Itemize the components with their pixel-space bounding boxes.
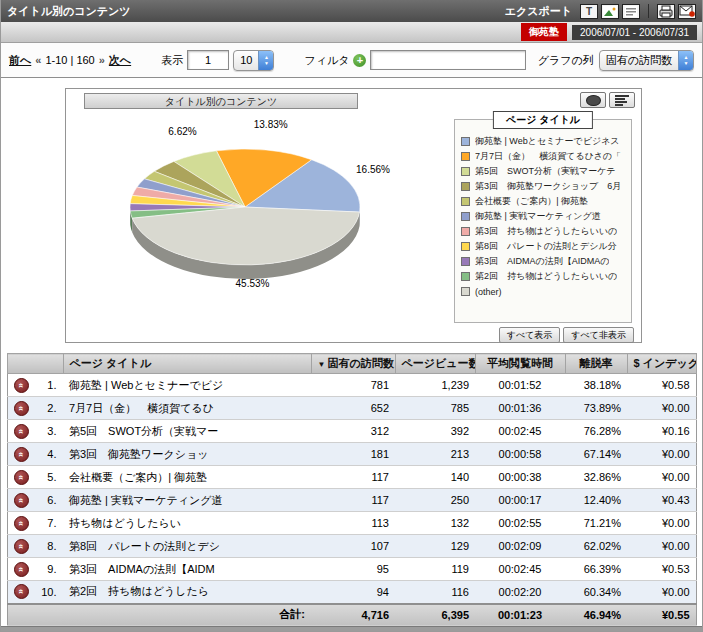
table-row[interactable]: «7.持ち物はどうしたらい11313200:02:5571.21%¥0.00 (7, 512, 696, 535)
table-row[interactable]: «3.第5回 SWOT分析（実戦マー31239200:02:4576.28%¥0… (7, 420, 696, 443)
add-filter-icon[interactable]: + (353, 54, 366, 67)
row-pageviews: 140 (395, 466, 475, 489)
row-exit-rate: 73.89% (565, 397, 627, 420)
email-icon[interactable] (678, 4, 696, 19)
row-rank: 7. (33, 517, 57, 529)
drill-up-icon[interactable]: « (14, 378, 29, 393)
graph-column-select[interactable]: 固有の訪問数 ▲ ▼ (599, 50, 694, 71)
drill-up-icon[interactable]: « (14, 584, 29, 599)
legend-item[interactable]: 第8回 パレートの法則とデシル分 (461, 239, 627, 254)
row-unique-visits: 117 (311, 466, 395, 489)
table-row[interactable]: «9.第3回 AIDMAの法則【AIDM9511900:02:4566.39%¥… (7, 558, 696, 581)
table-row[interactable]: «1.御苑塾 | Webとセミナーでビジ7811,23900:01:5238.1… (7, 374, 696, 397)
prev-link[interactable]: 前へ (9, 53, 31, 68)
chevron-up-glyph: « (16, 543, 25, 548)
legend-item-label: 御苑塾 | 実戦マーケティング道 (475, 210, 601, 223)
export-label: エクスポート (505, 4, 572, 19)
row-unique-visits: 94 (311, 581, 395, 604)
header-exit-rate[interactable]: 離脱率 (565, 354, 627, 374)
header-avg-time[interactable]: 平均閲覧時間 (475, 354, 565, 374)
next-link[interactable]: 次へ (109, 53, 131, 68)
stepper-icon[interactable]: ▲ ▼ (258, 51, 273, 70)
legend-item[interactable]: 御苑塾 | Webとセミナーでビジネス (461, 134, 627, 149)
legend-item[interactable]: 第3回 AIDMAの法則【AIDMAの (461, 254, 627, 269)
stepper-down-icon: ▼ (684, 61, 689, 66)
legend-item[interactable]: (other) (461, 284, 627, 299)
page-size-select[interactable]: 10 ▲ ▼ (233, 50, 274, 71)
header-dollar-index[interactable]: $ インデックス (627, 354, 696, 374)
row-exit-rate: 76.28% (565, 420, 627, 443)
drill-up-icon[interactable]: « (14, 470, 29, 485)
legend-item[interactable]: 御苑塾 | 実戦マーケティング道 (461, 209, 627, 224)
pie-callout-label: 16.56% (356, 164, 390, 175)
drill-up-icon[interactable]: « (14, 562, 29, 577)
legend-item[interactable]: 7月7日（金） 横須賀てるひさの「 (461, 149, 627, 164)
table-header-row: ページ タイトル ▼固有の訪問数 ページビュー数 平均閲覧時間 離脱率 $ イン… (7, 354, 696, 374)
header-pageviews[interactable]: ページビュー数 (395, 354, 475, 374)
envelope-glyph (679, 5, 695, 17)
row-dollar-index: ¥0.53 (627, 558, 696, 581)
row-page-title: 第8回 パレートの法則とデシ (63, 535, 311, 558)
stepper-down-icon: ▼ (264, 61, 269, 66)
tsv-export-icon[interactable]: T (580, 4, 598, 19)
total-dollar-index: ¥0.55 (627, 604, 696, 626)
legend-swatch-icon (461, 197, 470, 206)
row-exit-rate: 60.34% (565, 581, 627, 604)
legend-item[interactable]: 第3回 御苑塾ワークショップ 6月 (461, 179, 627, 194)
page-number-input[interactable] (187, 50, 229, 70)
table-row[interactable]: «8.第8回 パレートの法則とデシ10712900:02:0962.02%¥0.… (7, 535, 696, 558)
legend-item[interactable]: 第5回 SWOT分析（実戦マーケテ (461, 164, 627, 179)
table-row[interactable]: «4.第3回 御苑塾ワークショッ18121300:00:5867.14%¥0.0… (7, 443, 696, 466)
drill-up-icon[interactable]: « (14, 401, 29, 416)
row-pageviews: 119 (395, 558, 475, 581)
drill-up-icon[interactable]: « (14, 447, 29, 462)
table-row[interactable]: «10.第2回 持ち物はどうしたら9411600:02:2060.34%¥0.0… (7, 581, 696, 604)
drill-up-icon[interactable]: « (14, 516, 29, 531)
bar-view-icon (615, 95, 629, 106)
drill-up-icon[interactable]: « (14, 539, 29, 554)
row-page-title: 第3回 御苑塾ワークショッ (63, 443, 311, 466)
row-rank-cell: «3. (7, 420, 63, 443)
legend-swatch-icon (461, 227, 470, 236)
row-rank-cell: «1. (7, 374, 63, 397)
date-range[interactable]: 2006/07/01 - 2006/07/31 (572, 25, 697, 40)
filter-input[interactable] (370, 50, 526, 70)
next-arrows-icon[interactable]: » (99, 54, 105, 66)
table-row[interactable]: «2.7月7日（金） 横須賀てるひ65278500:01:3673.89%¥0.… (7, 397, 696, 420)
drill-up-icon[interactable]: « (14, 424, 29, 439)
table-row[interactable]: «5.会社概要（ご案内）| 御苑塾11714000:00:3832.86%¥0.… (7, 466, 696, 489)
image-export-icon[interactable] (601, 4, 619, 19)
legend-item-label: 第3回 AIDMAの法則【AIDMAの (475, 255, 609, 268)
bar-view-button[interactable] (609, 92, 635, 108)
legend-item-label: 7月7日（金） 横須賀てるひさの「 (475, 150, 621, 163)
drill-up-icon[interactable]: « (14, 493, 29, 508)
row-page-title: 御苑塾 | 実戦マーケティング道 (63, 489, 311, 512)
legend-swatch-icon (461, 257, 470, 266)
legend-item[interactable]: 会社概要（ご案内）| 御苑塾 (461, 194, 627, 209)
legend-item[interactable]: 第3回 持ち物はどうしたらいいの (461, 224, 627, 239)
table-row[interactable]: «6.御苑塾 | 実戦マーケティング道11725000:00:1712.40%¥… (7, 489, 696, 512)
header-page-title[interactable]: ページ タイトル (63, 354, 311, 374)
pie-view-button[interactable] (580, 92, 606, 108)
doc-export-icon[interactable] (622, 4, 640, 19)
prev-arrows-icon[interactable]: « (35, 54, 41, 66)
row-dollar-index: ¥0.00 (627, 512, 696, 535)
header-unique-visits[interactable]: ▼固有の訪問数 (311, 354, 395, 374)
print-icon[interactable] (657, 4, 675, 19)
show-all-button[interactable]: すべて表示 (499, 327, 561, 343)
row-dollar-index: ¥0.00 (627, 581, 696, 604)
row-rank-cell: «8. (7, 535, 63, 558)
chart-view-buttons (580, 92, 635, 108)
total-unique-visits: 4,716 (311, 604, 395, 626)
bottom-band (1, 626, 702, 631)
legend-item-label: 御苑塾 | Webとセミナーでビジネス (475, 135, 620, 148)
stepper-icon[interactable]: ▲ ▼ (678, 51, 693, 70)
row-page-title: 第5回 SWOT分析（実戦マー (63, 420, 311, 443)
page-title: タイトル別のコンテンツ (7, 4, 502, 19)
hide-all-button[interactable]: すべて非表示 (563, 327, 634, 343)
chart-panel: タイトル別のコンテンツ 16.56%13.83%6.62%45.53% ページ … (65, 88, 642, 343)
total-spacer (7, 604, 63, 626)
chevron-up-glyph: « (16, 589, 25, 594)
legend-item[interactable]: 第2回 持ち物はどうしたらいいの (461, 269, 627, 284)
row-dollar-index: ¥0.00 (627, 535, 696, 558)
